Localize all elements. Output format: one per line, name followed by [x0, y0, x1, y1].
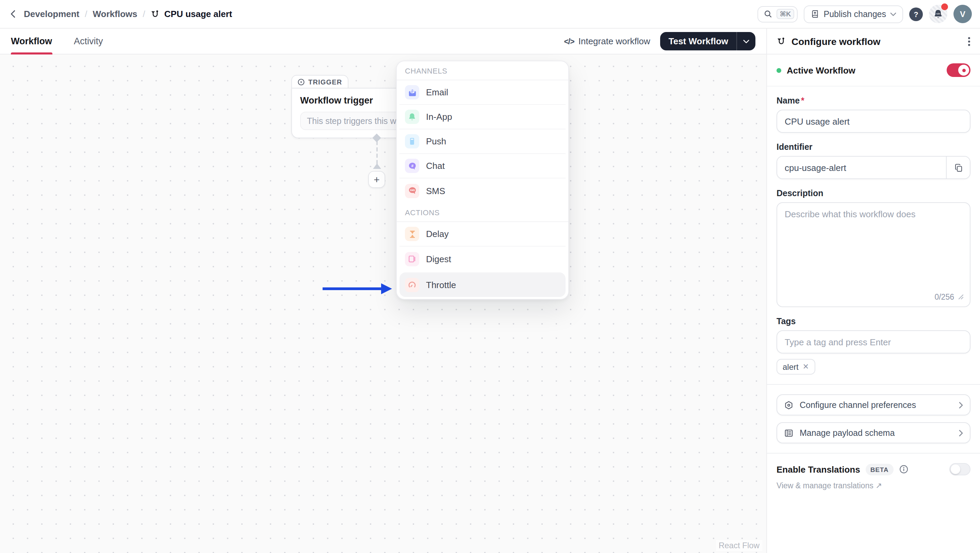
description-wrap: 0/256 — [776, 202, 970, 307]
book-upload-icon — [811, 10, 820, 18]
kebab-icon — [968, 36, 970, 47]
name-label-text: Name — [776, 96, 800, 105]
svg-text:SMS: SMS — [410, 189, 415, 191]
copy-icon — [954, 163, 963, 172]
resize-handle-icon[interactable] — [958, 294, 964, 300]
back-button[interactable] — [8, 9, 18, 19]
push-phone-icon — [405, 134, 419, 148]
tab-bar-actions: </> Integrate workflow Test Workflow — [564, 32, 756, 50]
tab-activity[interactable]: Activity — [74, 29, 103, 54]
divider — [767, 384, 980, 385]
name-field[interactable] — [776, 110, 970, 133]
trigger-chip-label: TRIGGER — [308, 78, 342, 86]
toggle-knob — [951, 464, 960, 474]
status-dot — [776, 68, 781, 73]
tags-input[interactable] — [776, 330, 970, 354]
panel-title: Configure workflow — [791, 36, 880, 47]
integrate-workflow-button[interactable]: </> Integrate workflow — [564, 36, 650, 46]
identifier-label: Identifier — [776, 142, 970, 152]
breadcrumb-separator: / — [85, 9, 87, 19]
add-step-button[interactable]: + — [368, 171, 385, 188]
page-title: CPU usage alert — [164, 9, 232, 19]
tags-label-text: Tags — [776, 317, 796, 326]
svg-text:#: # — [411, 163, 414, 167]
test-workflow-label: Test Workflow — [660, 36, 737, 46]
description-label-text: Description — [776, 189, 824, 198]
help-label: ? — [914, 10, 918, 18]
test-workflow-button[interactable]: Test Workflow — [660, 32, 756, 50]
translations-toggle[interactable] — [950, 463, 970, 475]
breadcrumb: Development / Workflows / CPU usage aler… — [8, 9, 232, 19]
char-counter-value: 0/256 — [934, 293, 954, 301]
throttle-gauge-icon — [405, 277, 419, 292]
publish-changes-label: Publish changes — [824, 9, 886, 19]
avatar[interactable]: V — [953, 5, 972, 23]
step-picker-dropdown: CHANNELS Email In-App Push — [396, 61, 569, 300]
char-counter: 0/256 — [934, 293, 964, 301]
workflow-route-icon — [776, 37, 786, 46]
channel-preferences-button[interactable]: Configure channel preferences — [776, 394, 970, 416]
search-shortcut: ⌘K — [776, 9, 795, 19]
integrate-workflow-label: Integrate workflow — [579, 36, 650, 46]
chevron-right-icon — [959, 429, 963, 436]
breadcrumb-environment[interactable]: Development — [24, 9, 79, 19]
active-workflow-toggle[interactable] — [947, 63, 970, 77]
tags-label: Tags — [776, 317, 970, 326]
manage-translations-link[interactable]: View & manage translations ↗ — [776, 481, 970, 490]
divider — [767, 453, 980, 454]
menu-item-push[interactable]: Push — [399, 129, 566, 154]
annotation-arrow — [323, 283, 393, 295]
breadcrumb-workflows[interactable]: Workflows — [93, 9, 137, 19]
digest-icon — [405, 252, 419, 266]
notifications-button[interactable]: </> — [929, 5, 947, 23]
menu-item-label: Delay — [426, 229, 449, 239]
panel-menu-button[interactable] — [968, 36, 970, 47]
payload-schema-label: Manage payload schema — [800, 428, 894, 438]
test-workflow-caret[interactable] — [737, 39, 756, 43]
identifier-group — [776, 156, 970, 179]
required-asterisk: * — [801, 96, 804, 105]
notification-badge — [941, 3, 948, 10]
payload-schema-button[interactable]: Manage payload schema — [776, 422, 970, 443]
breadcrumb-separator: / — [143, 9, 145, 19]
top-bar-actions: ⌘K Publish changes ? </> V — [757, 5, 972, 23]
menu-item-inapp[interactable]: In-App — [399, 105, 566, 129]
menu-item-throttle[interactable]: Throttle — [399, 273, 566, 297]
menu-item-chat[interactable]: # Chat — [399, 154, 566, 178]
trigger-node-chip: TRIGGER — [291, 75, 348, 89]
active-workflow-row: Active Workflow — [767, 54, 980, 86]
menu-item-email[interactable]: Email — [399, 80, 566, 105]
info-icon[interactable] — [899, 464, 908, 474]
tab-workflow[interactable]: Workflow — [11, 29, 52, 54]
channel-preferences-label: Configure channel preferences — [800, 400, 916, 410]
tab-workflow-label: Workflow — [11, 36, 52, 46]
publish-changes-button[interactable]: Publish changes — [804, 5, 903, 23]
chevron-right-icon — [959, 402, 963, 408]
menu-item-sms[interactable]: SMS SMS — [399, 178, 566, 203]
copy-identifier-button[interactable] — [946, 157, 970, 178]
workflow-canvas[interactable]: TRIGGER Workflow trigger This step trigg… — [0, 54, 766, 553]
identifier-field[interactable] — [777, 157, 946, 178]
workflow-route-icon — [151, 9, 160, 19]
menu-item-delay[interactable]: Delay — [399, 222, 566, 247]
search-button[interactable]: ⌘K — [757, 6, 798, 22]
chat-bubble-icon: # — [405, 159, 419, 173]
description-field[interactable] — [776, 202, 970, 307]
menu-item-label: In-App — [426, 112, 452, 122]
svg-text:</>: </> — [936, 12, 940, 15]
react-flow-attribution[interactable]: React Flow — [716, 540, 762, 551]
avatar-initial: V — [960, 9, 966, 19]
panel-body: Name * Identifier Description 0/256 — [767, 86, 980, 500]
delay-hourglass-icon — [405, 227, 419, 241]
beta-badge: BETA — [865, 464, 894, 475]
inapp-bell-icon — [405, 110, 419, 124]
help-button[interactable]: ? — [909, 7, 923, 21]
edge-dashed-line — [376, 141, 378, 164]
code-icon: </> — [564, 37, 574, 45]
workflow-editor-app: Development / Workflows / CPU usage aler… — [0, 0, 980, 553]
identifier-label-text: Identifier — [776, 142, 813, 152]
menu-item-digest[interactable]: Digest — [399, 247, 566, 271]
schema-list-icon — [784, 428, 794, 438]
menu-item-label: Push — [426, 136, 446, 147]
remove-tag-button[interactable]: ✕ — [803, 362, 809, 371]
